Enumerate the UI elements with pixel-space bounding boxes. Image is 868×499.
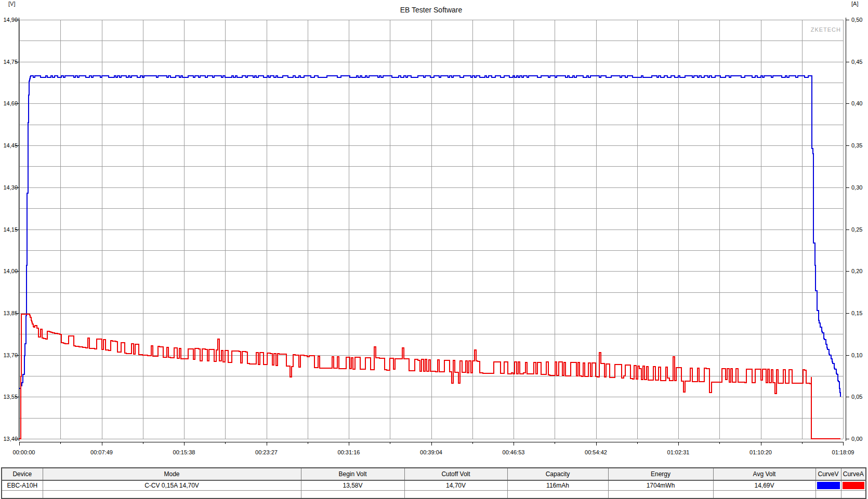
table-header-mode: Mode [43,468,301,480]
y-right-tick-label: 0,20 [851,268,862,274]
table-header-curvea: CurveA [841,468,866,480]
cutoff-volt-cell: 14,70V [404,480,507,491]
x-axis-tick-label: 00:39:04 [413,449,450,455]
capacity-cell: 116mAh [507,480,608,491]
x-axis-tick-label: 01:18:09 [825,449,861,455]
table-header-cutoff-volt: Cutoff Volt [404,468,507,480]
avg-volt-cell: 14,69V [713,480,816,491]
energy-cell: 1704mWh [608,480,713,491]
x-axis-tick-label: 00:46:53 [495,449,532,455]
y-left-tick-label: 14,60 [0,100,18,106]
y-left-tick-label: 13,40 [0,436,18,442]
device-cell: EBC-A10H [2,480,43,491]
y-left-tick-label: 14,30 [0,184,18,191]
y-right-tick-label: 0,45 [851,59,862,65]
y-left-tick-label: 14,45 [0,142,18,149]
table-header-energy: Energy [608,468,713,480]
mode-cell: C-CV 0,15A 14,70V [43,480,301,491]
x-axis-tick-label: 00:07:49 [84,449,120,455]
grid-lines [19,20,844,439]
table-header-capacity: Capacity [507,468,608,480]
y-right-tick-label: 0,10 [851,352,862,358]
table-header-device: Device [2,468,43,480]
x-axis-tick-label: 01:10:20 [743,449,779,455]
voltage-curve [19,76,840,397]
y-right-tick-label: 0,35 [851,142,862,149]
y-left-tick-label: 13,85 [0,310,18,316]
y-right-tick-label: 0,00 [851,436,862,442]
axis-lines [15,18,849,446]
zketech-watermark: ZKETECH [800,26,841,33]
table-header-avg-volt: Avg Volt [713,468,816,480]
table-data-row: EBC-A10H C-CV 0,15A 14,70V 13,58V 14,70V… [2,480,866,491]
y-left-tick-label: 14,90 [0,17,18,23]
table-header-curvev: CurveV [816,468,841,480]
x-axis-tick-label: 00:15:38 [166,449,202,455]
x-axis-tick-label: 00:54:42 [578,449,614,455]
table-empty-row [2,491,866,499]
curve-a-color-swatch [843,482,865,489]
x-axis-tick-label: 01:02:31 [660,449,696,455]
table-header-begin-volt: Begin Volt [301,468,404,480]
curve-v-swatch-cell [816,480,841,491]
y-left-tick-label: 14,15 [0,226,18,233]
x-axis-tick-label: 00:00:00 [6,449,42,455]
y-left-tick-label: 13,70 [0,352,18,358]
y-right-tick-label: 0,05 [851,394,862,400]
y-right-tick-label: 0,15 [851,310,862,316]
y-right-tick-label: 0,30 [851,184,862,191]
y-left-tick-label: 14,75 [0,59,18,65]
eb-tester-window: [V] EB Tester Software [A] ZKETECH 14,90… [0,0,868,499]
curve-v-color-swatch [817,482,840,489]
y-left-tick-label: 14,00 [0,268,18,274]
x-axis-tick-label: 00:31:16 [331,449,367,455]
table-header-row: DeviceModeBegin VoltCutoff VoltCapacityE… [2,468,866,480]
begin-volt-cell: 13,58V [301,480,404,491]
curve-a-swatch-cell [841,480,866,491]
y-right-tick-label: 0,40 [851,100,862,106]
y-right-tick-label: 0,25 [851,226,862,233]
x-axis-tick-label: 00:23:27 [248,449,285,455]
y-right-tick-label: 0,50 [851,17,862,23]
plot-canvas [0,0,868,499]
result-table: DeviceModeBegin VoltCutoff VoltCapacityE… [1,467,866,499]
y-left-tick-label: 13,55 [0,394,18,400]
